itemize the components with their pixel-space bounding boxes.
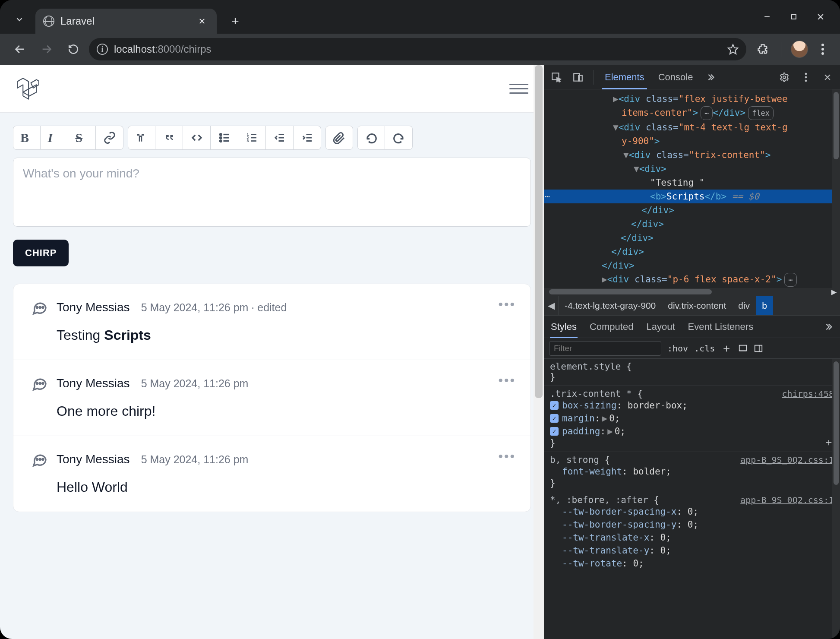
window-close-button[interactable] [811,7,831,27]
breadcrumb-item[interactable]: div [732,296,756,315]
breadcrumb-item[interactable]: -4.text-lg.text-gray-900 [559,296,662,315]
style-rule: app-B_9S_0Q2.css:1 *, :before, :after { … [544,492,840,573]
nav-forward-button[interactable] [35,38,58,60]
chat-icon [31,451,48,468]
styles-tab-listeners[interactable]: Event Listeners [688,316,754,338]
undo-button[interactable] [357,126,385,150]
laravel-logo[interactable] [16,77,40,101]
devtools-kebab-icon[interactable] [798,69,814,85]
devtools-close-icon[interactable] [819,69,836,85]
svg-text:3: 3 [246,139,249,143]
computed-panel-icon[interactable] [738,344,748,353]
window-maximize-button[interactable] [784,7,804,27]
chirp-menu-button[interactable]: ••• [498,449,516,464]
site-info-icon[interactable]: i [97,44,108,55]
quote-button[interactable] [155,126,183,150]
new-tab-button[interactable]: + [225,11,245,31]
chirp-menu-button[interactable]: ••• [498,373,516,388]
rich-text-toolbar: B I S 123 [13,126,531,150]
chirp-feed: Tony Messias 5 May 2024, 11:26 pm · edit… [13,284,531,512]
url-text: localhost:8000/chirps [114,43,211,55]
dom-breadcrumb: ◀ -4.text-lg.text-gray-900 div.trix-cont… [544,296,840,316]
devtools-more-tabs[interactable] [702,69,719,85]
styles-toolbar: :hov .cls ＋ [544,338,840,359]
styles-tab-styles[interactable]: Styles [551,316,577,338]
chirp-body: One more chirp! [57,403,513,419]
breadcrumb-item[interactable]: div.trix-content [662,296,732,315]
rule-source-link[interactable]: app-B_9S_0Q2.css:1 [740,495,834,505]
bookmark-star-icon[interactable] [727,44,739,55]
composer-placeholder: What's on your mind? [23,167,139,180]
cls-toggle[interactable]: .cls [694,343,715,354]
attach-button[interactable] [325,126,353,150]
tab-strip: Laravel + [0,0,840,34]
style-rule: chirps:458 .trix-content * { ✓box-sizing… [544,386,840,452]
bullet-list-button[interactable] [211,126,238,150]
svg-rect-3 [792,15,796,19]
outdent-button[interactable] [266,126,294,150]
nav-reload-button[interactable] [62,38,85,60]
svg-rect-48 [739,345,747,351]
svg-point-11 [821,52,824,55]
number-list-button[interactable]: 123 [238,126,266,150]
dom-tree[interactable]: ▶<div class="flex justify-betwee items-c… [544,89,840,288]
breadcrumb-item[interactable]: b [756,296,773,315]
rule-source-link[interactable]: app-B_9S_0Q2.css:1 [740,455,834,465]
new-style-rule-button[interactable]: ＋ [721,341,732,356]
devtools-settings-icon[interactable] [776,69,793,85]
rule-source-link[interactable]: chirps:458 [782,389,834,399]
page-scrollbar[interactable] [534,65,544,639]
svg-point-42 [783,76,786,79]
dom-scrollbar[interactable] [832,89,840,288]
devtools-tab-console[interactable]: Console [654,66,698,89]
styles-scrollbar[interactable] [832,359,840,639]
separator [781,41,781,57]
indent-button[interactable] [294,126,321,150]
styles-filter-input[interactable] [549,341,661,356]
profile-avatar[interactable] [791,41,808,58]
chrome-window: Laravel + i localhost:8000/chirps [0,0,840,639]
browser-tab[interactable]: Laravel [35,9,217,34]
hov-toggle[interactable]: :hov [667,343,688,354]
style-rule: app-B_9S_0Q2.css:1 b, strong { font-weig… [544,452,840,492]
window-minimize-button[interactable] [757,7,777,27]
heading-button[interactable] [128,126,155,150]
styles-tab-layout[interactable]: Layout [646,316,675,338]
chirp-menu-button[interactable]: ••• [498,297,516,312]
toggle-sidebar-icon[interactable] [754,344,763,353]
svg-point-14 [220,140,221,142]
page-content: B I S 123 [0,65,544,639]
extensions-icon[interactable] [754,41,771,58]
chirp-item: Tony Messias 5 May 2024, 11:26 pm ••• He… [13,436,531,512]
breadcrumb-scroll-left[interactable]: ◀ [544,296,559,315]
composer-input[interactable]: What's on your mind? [13,158,531,227]
bold-button[interactable]: B [13,126,41,150]
tab-close-button[interactable] [195,14,209,28]
devtools-tabbar: Elements Console [544,65,840,89]
devtools-tab-elements[interactable]: Elements [600,66,649,89]
tabs-search-button[interactable] [8,8,31,31]
svg-point-9 [821,44,824,46]
svg-point-31 [39,307,41,308]
svg-point-44 [805,76,807,78]
url-field[interactable]: i localhost:8000/chirps [89,38,746,60]
mobile-menu-button[interactable] [509,79,528,98]
chat-icon [31,299,48,316]
tab-title: Laravel [60,15,95,27]
styles-more-tabs[interactable] [824,322,833,332]
link-button[interactable] [96,126,123,150]
code-button[interactable] [183,126,211,150]
nav-back-button[interactable] [9,38,31,60]
chrome-menu-button[interactable] [814,41,831,58]
chirp-item: Tony Messias 5 May 2024, 11:26 pm · edit… [13,284,531,360]
styles-tab-computed[interactable]: Computed [590,316,634,338]
strike-button[interactable]: S [68,126,96,150]
device-toggle-icon[interactable] [570,69,586,85]
redo-button[interactable] [385,126,413,150]
devtools-panel: Elements Console ▶<div class="flex justi… [544,65,840,639]
dom-hscrollbar[interactable]: ▶ [544,288,840,296]
styles-pane[interactable]: element.style { } chirps:458 .trix-conte… [544,359,840,639]
submit-chirp-button[interactable]: CHIRP [13,240,69,266]
inspect-element-icon[interactable] [548,69,565,85]
italic-button[interactable]: I [41,126,68,150]
